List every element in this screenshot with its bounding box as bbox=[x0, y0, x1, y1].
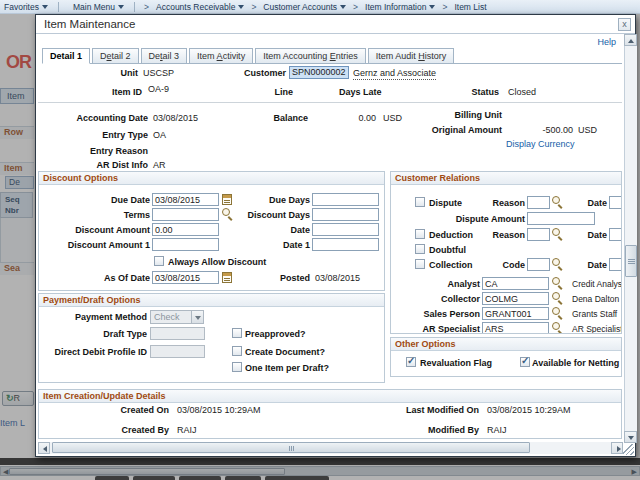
other-options-title: Other Options bbox=[391, 338, 621, 351]
calendar-icon[interactable] bbox=[222, 194, 232, 205]
last-modified-on-label: Last Modified On bbox=[379, 405, 479, 415]
dispute-checkbox[interactable] bbox=[415, 197, 425, 207]
tab-bar: Detail 1 Detail 2 Detail 3 Item Activity… bbox=[42, 48, 622, 64]
scroll-left-icon[interactable] bbox=[38, 442, 50, 454]
discount-amount1-field[interactable] bbox=[152, 238, 219, 251]
discount-days-field[interactable] bbox=[312, 208, 379, 221]
scroll-right-icon[interactable] bbox=[611, 442, 623, 454]
one-item-per-draft-checkbox[interactable] bbox=[232, 362, 242, 372]
breadcrumb-accounts-receivable[interactable]: Accounts Receivable bbox=[156, 2, 244, 12]
tab-item-activity[interactable]: Item Activity bbox=[189, 48, 253, 63]
vertical-scrollbar-thumb[interactable] bbox=[625, 245, 637, 277]
create-document-label: Create Document? bbox=[245, 347, 325, 357]
due-days-field[interactable] bbox=[312, 193, 379, 206]
tab-item-accounting-entries[interactable]: Item Accounting Entries bbox=[255, 48, 366, 63]
due-date-field[interactable]: 03/08/2015 bbox=[152, 193, 219, 206]
created-by-value: RAIJ bbox=[177, 425, 197, 435]
breadcrumb-item-information[interactable]: Item Information bbox=[365, 2, 435, 12]
revaluation-flag-label: Revaluation Flag bbox=[420, 358, 492, 368]
status-value: Closed bbox=[508, 87, 536, 97]
breadcrumb-chevron: > bbox=[353, 2, 358, 12]
doubtful-checkbox[interactable] bbox=[415, 244, 425, 254]
dispute-amount-field[interactable] bbox=[527, 212, 595, 225]
dispute-label: Dispute bbox=[429, 198, 462, 208]
lookup-icon[interactable] bbox=[222, 208, 234, 220]
entry-type-value: OA bbox=[153, 130, 166, 140]
last-modified-on-value: 03/08/2015 10:29AM bbox=[487, 405, 571, 415]
collector-description: Dena Dalton bbox=[572, 294, 619, 304]
lookup-icon[interactable] bbox=[552, 292, 564, 304]
revaluation-flag-checkbox[interactable]: ✓ bbox=[406, 357, 416, 367]
reason-field[interactable] bbox=[527, 196, 550, 209]
tab-item-audit-history[interactable]: Item Audit History bbox=[368, 48, 455, 63]
original-amount-value: -500.00 bbox=[513, 125, 573, 135]
analyst-label: Analyst bbox=[430, 279, 480, 289]
date-field[interactable] bbox=[609, 196, 622, 209]
tab-detail-1[interactable]: Detail 1 bbox=[42, 48, 90, 64]
lookup-icon[interactable] bbox=[552, 277, 564, 289]
breadcrumb-customer-accounts[interactable]: Customer Accounts bbox=[263, 2, 346, 12]
lookup-icon[interactable] bbox=[552, 322, 564, 334]
terms-label: Terms bbox=[80, 210, 150, 220]
ar-specialist-label: AR Specialist bbox=[410, 324, 480, 334]
date-field[interactable] bbox=[609, 258, 622, 271]
deduction-checkbox[interactable] bbox=[415, 229, 425, 239]
lookup-icon[interactable] bbox=[552, 196, 564, 208]
help-link[interactable]: Help bbox=[597, 37, 616, 47]
status-label: Status bbox=[439, 87, 499, 97]
preapproved-label: Preapproved? bbox=[245, 329, 306, 339]
terms-field[interactable] bbox=[152, 208, 219, 221]
customer-name-link[interactable]: Gernz and Associate bbox=[353, 68, 436, 78]
breadcrumb: Favorites Main Menu > Accounts Receivabl… bbox=[0, 0, 640, 14]
tab-detail-3[interactable]: Detail 3 bbox=[141, 48, 188, 63]
reason-field[interactable] bbox=[527, 228, 550, 241]
modified-by-value: RAIJ bbox=[487, 425, 507, 435]
breadcrumb-main-menu[interactable]: Main Menu bbox=[73, 2, 124, 12]
horizontal-scrollbar-thumb[interactable] bbox=[52, 442, 530, 453]
create-document-checkbox[interactable] bbox=[232, 346, 242, 356]
payment-method-select[interactable]: Check bbox=[150, 310, 192, 324]
available-for-netting-checkbox[interactable]: ✓ bbox=[520, 357, 530, 367]
dropdown-arrow-icon[interactable] bbox=[191, 310, 204, 324]
as-of-date-field[interactable]: 03/08/2015 bbox=[152, 271, 219, 284]
close-icon[interactable]: x bbox=[618, 18, 631, 31]
lookup-icon[interactable] bbox=[552, 258, 564, 270]
collector-label: Collector bbox=[420, 294, 480, 304]
balance-label: Balance bbox=[248, 113, 308, 123]
lookup-icon[interactable] bbox=[552, 228, 564, 240]
collector-field[interactable]: COLMG bbox=[482, 292, 549, 305]
customer-id-field[interactable]: SPN0000002 bbox=[289, 66, 349, 79]
sales-person-field[interactable]: GRANT001 bbox=[482, 307, 549, 320]
scroll-down-icon[interactable] bbox=[624, 431, 637, 443]
code-field[interactable] bbox=[527, 258, 550, 271]
discount-amount-field[interactable]: 0.00 bbox=[152, 223, 219, 236]
analyst-description: Credit Analyst bbox=[572, 279, 622, 289]
original-amount-currency: USD bbox=[578, 125, 597, 135]
dispute-amount-label: Dispute Amount bbox=[450, 214, 525, 224]
display-currency-link[interactable]: Display Currency bbox=[506, 139, 575, 149]
customer-relations-group: Customer Relations Dispute Reason Date D… bbox=[390, 171, 622, 334]
date-field[interactable] bbox=[609, 228, 622, 241]
breadcrumb-favorites[interactable]: Favorites bbox=[4, 2, 48, 12]
scroll-up-icon[interactable] bbox=[624, 34, 637, 46]
direct-debit-profile-id-label: Direct Debit Profile ID bbox=[39, 347, 147, 357]
analyst-field[interactable]: CA bbox=[482, 277, 549, 290]
date-field[interactable] bbox=[312, 223, 379, 236]
billing-unit-label: Billing Unit bbox=[402, 110, 502, 120]
separator bbox=[38, 102, 622, 103]
dialog-horizontal-scrollbar[interactable] bbox=[38, 442, 623, 454]
collection-checkbox[interactable] bbox=[415, 259, 425, 269]
tab-detail-2[interactable]: Detail 2 bbox=[92, 48, 139, 63]
accounting-date-label: Accounting Date bbox=[48, 113, 148, 123]
date1-field[interactable] bbox=[312, 238, 379, 251]
created-on-label: Created On bbox=[69, 405, 169, 415]
lookup-icon[interactable] bbox=[552, 307, 564, 319]
always-allow-discount-checkbox[interactable] bbox=[154, 256, 164, 266]
calendar-icon[interactable] bbox=[222, 272, 232, 283]
preapproved-checkbox[interactable] bbox=[232, 328, 242, 338]
ar-specialist-field[interactable]: ARS bbox=[482, 322, 549, 334]
resize-grip[interactable] bbox=[623, 444, 634, 455]
available-for-netting-label: Available for Netting bbox=[532, 358, 619, 368]
dialog-vertical-scrollbar[interactable] bbox=[624, 34, 637, 443]
breadcrumb-item-list[interactable]: Item List bbox=[454, 2, 486, 12]
